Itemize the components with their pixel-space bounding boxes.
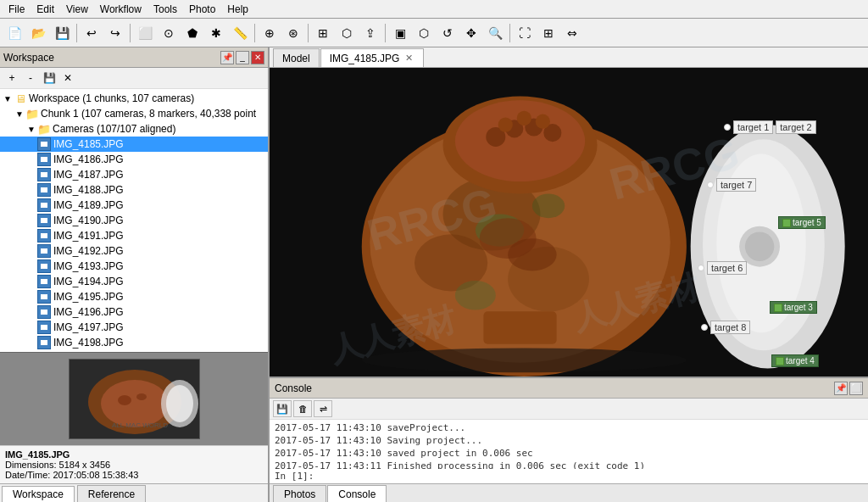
img-icon-inner bbox=[41, 233, 47, 238]
console-tab-photos[interactable]: Photos bbox=[273, 485, 326, 502]
viewport[interactable]: RRCG RRCG 人人素材 人人素材 target 1 target 2 ta… bbox=[270, 68, 868, 376]
console-clear-btn[interactable]: 🗑 bbox=[293, 400, 312, 417]
tree-file-item[interactable]: IMG_4197.JPG bbox=[0, 320, 268, 335]
tree-file-item[interactable]: IMG_4194.JPG bbox=[0, 274, 268, 289]
console-tab-console[interactable]: Console bbox=[327, 485, 387, 502]
tree-file-item[interactable]: IMG_4186.JPG bbox=[0, 152, 268, 167]
file-label: IMG_4194.JPG bbox=[53, 276, 124, 287]
file-img-icon bbox=[37, 229, 51, 243]
console-content[interactable]: 2017-05-17 11:43:10 saveProject...2017-0… bbox=[270, 420, 868, 469]
tab-img4185[interactable]: IMG_4185.JPG ✕ bbox=[320, 48, 425, 67]
tree-file-item[interactable]: IMG_4198.JPG bbox=[0, 335, 268, 350]
panel-pin-button[interactable]: 📌 bbox=[220, 51, 234, 64]
separator-3 bbox=[254, 24, 255, 42]
add-marker-button[interactable]: ⊕ bbox=[259, 22, 281, 44]
tree-content: ▼ 🖥 Workspace (1 chunks, 107 cameras) ▼ … bbox=[0, 89, 268, 352]
img-icon-inner bbox=[41, 294, 47, 299]
tree-remove-button[interactable]: - bbox=[22, 70, 39, 86]
menu-file[interactable]: File bbox=[3, 2, 30, 17]
bottom-tabs-bar: Workspace Reference bbox=[0, 483, 268, 502]
tab-img4185-close[interactable]: ✕ bbox=[403, 53, 415, 64]
new-button[interactable]: 📄 bbox=[3, 22, 25, 44]
export-button[interactable]: ⇪ bbox=[359, 22, 381, 44]
target-button[interactable]: ⊛ bbox=[282, 22, 304, 44]
workspace-tree[interactable]: ▼ 🖥 Workspace (1 chunks, 107 cameras) ▼ … bbox=[0, 89, 268, 352]
tree-file-item[interactable]: IMG_4185.JPG bbox=[0, 137, 268, 152]
zoom-button[interactable]: 🔍 bbox=[484, 22, 506, 44]
align-button[interactable]: ⊞ bbox=[312, 22, 334, 44]
undo-button[interactable]: ↩ bbox=[81, 22, 103, 44]
file-info-datetime: Date/Time: 2017:05:08 15:38:43 bbox=[5, 470, 263, 480]
console-minimize-button[interactable]: 📌 bbox=[834, 382, 848, 395]
tree-file-item[interactable]: IMG_4193.JPG bbox=[0, 259, 268, 274]
console-tabs: Photos Console bbox=[270, 483, 868, 502]
left-panel: Workspace 📌 _ ✕ + - 💾 ✕ ▼ 🖥 Workspace (1… bbox=[0, 47, 270, 502]
tree-chunk-1[interactable]: ▼ 📁 Chunk 1 (107 cameras, 8 markers, 40,… bbox=[0, 106, 268, 121]
menu-view[interactable]: View bbox=[61, 2, 93, 17]
build-button[interactable]: ⬡ bbox=[336, 22, 358, 44]
view2d-button[interactable]: ▣ bbox=[389, 22, 411, 44]
img-icon-inner bbox=[41, 172, 47, 177]
tree-file-item[interactable]: IMG_4189.JPG bbox=[0, 198, 268, 213]
file-label: IMG_4198.JPG bbox=[53, 337, 124, 349]
panel-close-button[interactable]: ✕ bbox=[251, 51, 264, 64]
move-button[interactable]: ⇔ bbox=[561, 22, 583, 44]
lasso-button[interactable]: ⊙ bbox=[158, 22, 180, 44]
tree-file-item[interactable]: IMG_4191.JPG bbox=[0, 228, 268, 243]
file-label: IMG_4188.JPG bbox=[53, 184, 124, 196]
tab-workspace[interactable]: Workspace bbox=[2, 486, 75, 502]
svg-point-14 bbox=[455, 281, 496, 310]
point-button[interactable]: ✱ bbox=[205, 22, 227, 44]
target-dot-6 bbox=[698, 265, 704, 271]
workspace-toggle[interactable]: ▼ bbox=[2, 92, 14, 104]
console-restore-button[interactable]: ⬜ bbox=[849, 382, 863, 395]
file-label: IMG_4189.JPG bbox=[53, 199, 124, 211]
tree-cameras[interactable]: ▼ 📁 Cameras (107/107 aligned) bbox=[0, 121, 268, 137]
target-flag-5: target 5 bbox=[778, 216, 826, 229]
tree-close-button[interactable]: ✕ bbox=[59, 70, 76, 86]
menu-tools[interactable]: Tools bbox=[148, 2, 182, 17]
target-text-6: target 6 bbox=[707, 261, 747, 275]
target-label-1: target 1 target 2 bbox=[724, 120, 816, 134]
console-wrap-btn[interactable]: ⇌ bbox=[314, 400, 332, 417]
save-button[interactable]: 💾 bbox=[51, 22, 73, 44]
redo-button[interactable]: ↪ bbox=[104, 22, 126, 44]
tab-reference[interactable]: Reference bbox=[77, 485, 146, 502]
tree-file-item[interactable]: IMG_4187.JPG bbox=[0, 167, 268, 182]
menu-edit[interactable]: Edit bbox=[31, 2, 59, 17]
tree-file-item[interactable]: IMG_4196.JPG bbox=[0, 304, 268, 320]
panel-minimize-button[interactable]: _ bbox=[236, 51, 249, 64]
file-label: IMG_4186.JPG bbox=[53, 153, 124, 165]
separator-6 bbox=[509, 24, 510, 42]
orbit-button[interactable]: ↺ bbox=[437, 22, 459, 44]
tree-file-item[interactable]: IMG_4192.JPG bbox=[0, 243, 268, 259]
select-button[interactable]: ⬜ bbox=[134, 22, 156, 44]
tree-save-button[interactable]: 💾 bbox=[41, 70, 58, 86]
tree-add-button[interactable]: + bbox=[3, 70, 20, 86]
menu-workflow[interactable]: Workflow bbox=[95, 2, 147, 17]
polygon-button[interactable]: ⬟ bbox=[181, 22, 203, 44]
tree-file-item[interactable]: IMG_4190.JPG bbox=[0, 213, 268, 228]
console-line: 2017-05-17 11:43:10 Saving project... bbox=[275, 434, 863, 447]
measure-button[interactable]: 📏 bbox=[229, 22, 251, 44]
chunk-toggle[interactable]: ▼ bbox=[14, 108, 25, 120]
cameras-folder-icon: 📁 bbox=[37, 122, 51, 136]
fullscreen-button[interactable]: ⛶ bbox=[514, 22, 536, 44]
grid-button[interactable]: ⊞ bbox=[537, 22, 559, 44]
tree-file-item[interactable]: IMG_4195.JPG bbox=[0, 289, 268, 304]
open-button[interactable]: 📂 bbox=[27, 22, 49, 44]
menu-photo[interactable]: Photo bbox=[184, 2, 220, 17]
console-title: Console bbox=[275, 382, 312, 394]
tab-model[interactable]: Model bbox=[273, 48, 320, 67]
file-label: IMG_4192.JPG bbox=[53, 245, 124, 257]
menu-help[interactable]: Help bbox=[222, 2, 253, 17]
view3d-button[interactable]: ⬡ bbox=[413, 22, 435, 44]
pan-button[interactable]: ✥ bbox=[460, 22, 482, 44]
console-save-btn[interactable]: 💾 bbox=[273, 400, 292, 417]
tree-file-item[interactable]: IMG_4188.JPG bbox=[0, 182, 268, 198]
tree-workspace-root[interactable]: ▼ 🖥 Workspace (1 chunks, 107 cameras) bbox=[0, 91, 268, 106]
cameras-label: Cameras (107/107 aligned) bbox=[53, 123, 175, 135]
file-img-icon bbox=[37, 214, 51, 227]
cameras-toggle[interactable]: ▼ bbox=[25, 123, 37, 135]
img-icon-inner bbox=[41, 340, 47, 345]
